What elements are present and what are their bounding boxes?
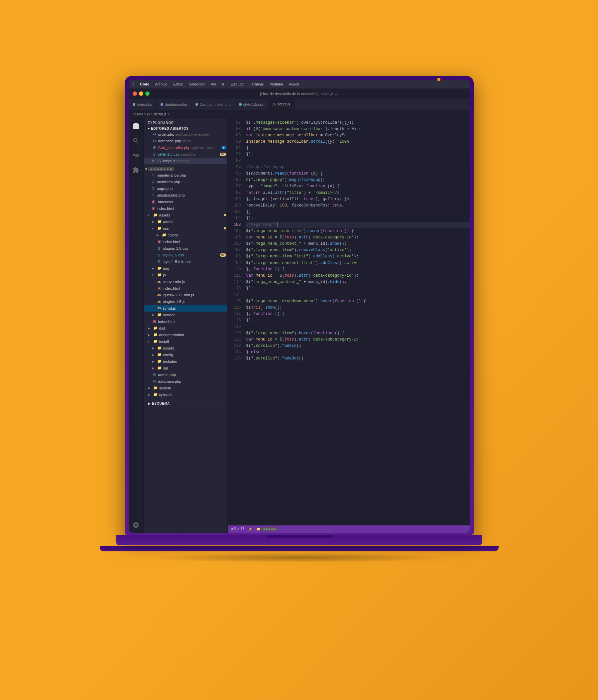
git-icon[interactable] xyxy=(131,150,141,160)
folder-docs-name: documentation xyxy=(159,333,226,337)
folder-admin[interactable]: ▶ 📁 admin xyxy=(144,219,227,225)
file-htaccess[interactable]: ▣ .htaccess xyxy=(144,199,227,205)
folder-dist[interactable]: ▶ 📁 dist xyxy=(144,325,227,331)
menu-ayuda[interactable]: Ayuda xyxy=(289,82,299,86)
file-style-css[interactable]: S style-1.5.css 9+ xyxy=(144,252,227,258)
menu-code[interactable]: Code xyxy=(140,82,149,86)
code-line-121: var menu_id = $(this).attr('data-subcate… xyxy=(246,336,470,343)
file-maintenance[interactable]: ⊙ maintenance.php xyxy=(144,172,227,179)
code-line-91: } xyxy=(246,145,470,151)
folder-css[interactable]: ▾ 📁 css xyxy=(144,225,227,232)
menu-ir[interactable]: Ir xyxy=(222,82,224,86)
search-icon[interactable] xyxy=(131,136,141,146)
file-index-vendor[interactable]: ▣ index.html xyxy=(144,318,227,325)
code-line-93 xyxy=(246,158,470,164)
open-editor-style[interactable]: S style-1.5.css assets/css 9+ xyxy=(144,151,227,158)
folder-includes[interactable]: ▶ 📁 includes xyxy=(144,358,227,365)
file-jquery[interactable]: JS jquery-3.3.1.min.js xyxy=(144,292,227,298)
folder-icon-vendor: 📁 xyxy=(157,312,162,317)
css-icon-style-tree: S xyxy=(157,253,162,257)
code-line-113: }); xyxy=(246,285,470,292)
extensions-icon[interactable] xyxy=(131,165,141,175)
code-lines: $('.messages-sidebar').overlayScrollbars… xyxy=(244,118,470,525)
folder-assets-install[interactable]: ▶ 📁 assets xyxy=(144,345,227,351)
file-admin-php[interactable]: ⊙ admin.php xyxy=(144,371,227,378)
folder-documentation[interactable]: ▶ 📁 documentation xyxy=(144,331,227,338)
file-plugins-css[interactable]: S plugins-1.5.css xyxy=(144,245,227,252)
menu-terminal[interactable]: Terminal xyxy=(250,82,264,86)
folder-img[interactable]: ▶ 📁 img xyxy=(144,265,227,272)
file-script-js[interactable]: JS script.js xyxy=(144,305,227,311)
file-style-css-name: style-1.5.css xyxy=(163,253,218,257)
file-index-root[interactable]: ▣ index.html xyxy=(144,205,227,212)
menu-ver[interactable]: Ver xyxy=(211,82,216,86)
close-button[interactable] xyxy=(133,92,137,96)
tab-order-php[interactable]: order.php xyxy=(129,99,157,110)
menu-archivo[interactable]: Archivo xyxy=(155,82,167,86)
explorer-icon[interactable] xyxy=(131,121,141,131)
tab-label-style: style-1.5.css xyxy=(243,102,264,106)
line-numbers: 87 88 89 90 91 92 93 94 95 96 97 98 xyxy=(228,118,244,525)
tab-database-php[interactable]: database.php xyxy=(157,99,191,110)
schema-section[interactable]: ▶ ESQUEMA xyxy=(144,400,227,406)
folder-sql[interactable]: ▶ 📁 sql xyxy=(144,365,227,371)
minimize-button[interactable] xyxy=(139,92,143,96)
maximize-button[interactable] xyxy=(145,92,150,96)
chevron-uploads-icon: ▶ xyxy=(148,393,152,396)
file-database-install[interactable]: ⊙ database.php xyxy=(144,378,227,385)
folder-icon-docs: 📁 xyxy=(153,332,158,337)
folder-icon-img: 📁 xyxy=(157,266,162,270)
status-errors[interactable]: ⊗ 5 ⚠ 13 xyxy=(230,527,245,531)
code-line-120: $(".large-menu-item").hover(function () … xyxy=(246,330,470,336)
folder-js[interactable]: ▾ 📁 js xyxy=(144,272,227,278)
file-cleave[interactable]: JS cleave.min.js xyxy=(144,278,227,285)
menu-ventana[interactable]: Ventana xyxy=(269,82,283,86)
traffic-lights xyxy=(133,92,150,96)
folder-uploads[interactable]: ▶ 📁 uploads xyxy=(144,392,227,398)
folder-js-name: js xyxy=(163,273,226,277)
status-folder[interactable]: 📁 ■ ■ ■ ■ ■ xyxy=(256,527,278,531)
open-editor-database[interactable]: ⊙ database.php install xyxy=(144,138,227,144)
open-editors-section[interactable]: ▾ EDITORES ABIERTOS xyxy=(144,126,227,131)
folder-colors[interactable]: ▶ 📁 colors xyxy=(144,232,227,239)
status-lightning[interactable]: ⚡ xyxy=(248,527,252,531)
chevron-assets-icon: ▾ xyxy=(148,214,152,217)
file-plugins-js[interactable]: JS plugins-1.5.js xyxy=(144,298,227,305)
breadcrumb: assets > js > script.js > ... xyxy=(129,110,470,118)
folder-colors-name: colors xyxy=(168,233,226,237)
file-database-install-name: database.php xyxy=(158,379,226,383)
menu-seleccion[interactable]: Selección xyxy=(189,82,205,86)
file-page[interactable]: ⊙ page.php xyxy=(144,185,227,192)
menu-editar[interactable]: Editar xyxy=(173,82,183,86)
chevron-schema-icon: ▶ xyxy=(148,402,151,405)
cart-badge: 5 xyxy=(222,146,226,149)
file-index-js[interactable]: ▣ index.html xyxy=(144,285,227,292)
root-folder[interactable]: ▾ ■ ■ ■ ■ ■ ■ ■ xyxy=(144,166,227,172)
file-members[interactable]: ⊙ members.php xyxy=(144,179,227,185)
code-line-105: var menu_id = $(this).attr('data-categor… xyxy=(246,234,470,241)
folder-assets-install-name: assets xyxy=(163,346,226,350)
file-index-css[interactable]: ▣ index.html xyxy=(144,239,227,245)
code-line-90: instance_message_scrollbar.scroll({y: "1… xyxy=(246,139,470,145)
open-editor-script[interactable]: ✕ JS script.js assets/js xyxy=(144,158,227,164)
tab-style-css[interactable]: style-1.5.css xyxy=(235,99,268,110)
tab-cart-controller[interactable]: Cart_controller.php xyxy=(191,99,235,110)
file-style-min-css[interactable]: S style-1.5.min.css xyxy=(144,258,227,265)
folder-system[interactable]: ▶ 📁 system xyxy=(144,385,227,392)
chevron-css-icon: ▾ xyxy=(152,227,156,230)
schema-label: ESQUEMA xyxy=(152,402,170,405)
folder-icon-js: 📁 xyxy=(157,273,162,277)
open-editor-database-name: database.php install xyxy=(158,139,226,143)
file-cleave-name: cleave.min.js xyxy=(163,280,226,284)
menu-ejecutar[interactable]: Ejecutar xyxy=(230,82,244,86)
open-editor-cart[interactable]: ⊙ Cart_controller.php application/con...… xyxy=(144,144,227,151)
tab-label-cart: Cart_controller.php xyxy=(200,102,231,106)
tab-script-js[interactable]: JS script.js xyxy=(268,99,294,110)
folder-vendor[interactable]: ▶ 📁 vendor xyxy=(144,311,227,318)
settings-icon[interactable] xyxy=(131,520,141,530)
open-editor-order[interactable]: ⊙ order.php application/views/order xyxy=(144,131,227,138)
folder-config[interactable]: ▶ 📁 config xyxy=(144,351,227,358)
folder-install[interactable]: ▾ 📁 install xyxy=(144,338,227,345)
folder-assets[interactable]: ▾ 📁 assets xyxy=(144,212,227,219)
file-unsubscribe[interactable]: ⊙ unsubscribe.php xyxy=(144,192,227,199)
